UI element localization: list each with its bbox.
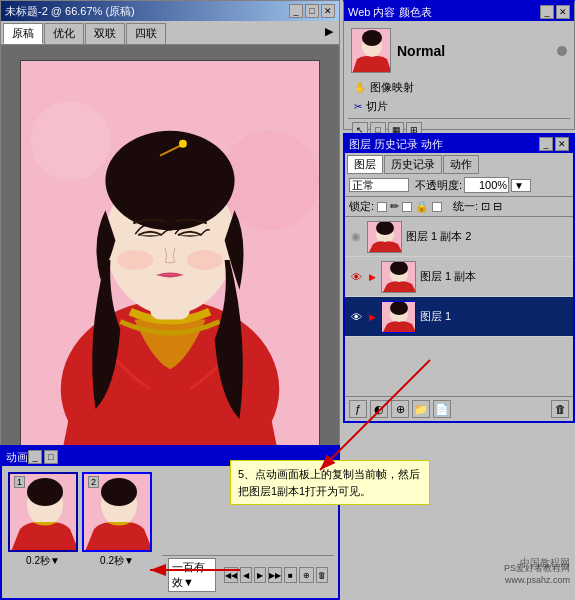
normal-thumb-img xyxy=(352,29,391,73)
layers-min-button[interactable]: _ xyxy=(539,137,553,151)
add-mask-button[interactable]: ◐ xyxy=(370,400,388,418)
web-content-titlebar: Web 内容 颜色表 _ ✕ xyxy=(344,3,574,21)
minimize-button[interactable]: _ xyxy=(289,4,303,18)
tab-quad[interactable]: 四联 xyxy=(126,23,166,44)
painting-svg xyxy=(21,61,319,459)
layer-visibility-copy1[interactable]: 👁 xyxy=(349,270,363,284)
opacity-dropdown[interactable]: ▼ xyxy=(511,179,531,192)
layers-close-button[interactable]: ✕ xyxy=(555,137,569,151)
svg-point-18 xyxy=(101,478,137,506)
layer-thumb-copy1-img xyxy=(382,262,416,293)
delete-layer-button[interactable]: 🗑 xyxy=(551,400,569,418)
layers-lock-row: 锁定: ✏ 🔒 统一: ⊡ ⊟ xyxy=(345,197,573,217)
slice-label: 切片 xyxy=(366,99,388,114)
tab-original[interactable]: 原稿 xyxy=(3,23,43,44)
frame-2-number: 2 xyxy=(88,476,99,488)
frame-1: 1 0.2秒▼ xyxy=(8,472,78,592)
anim-maximize[interactable]: □ xyxy=(44,450,58,464)
opacity-input[interactable] xyxy=(464,177,509,193)
normal-thumbnail xyxy=(351,28,391,73)
stop-button[interactable]: ■ xyxy=(284,567,296,583)
titlebar-buttons: _ □ ✕ xyxy=(289,4,335,18)
tab-layers[interactable]: 图层 xyxy=(347,155,383,174)
layer-thumb-copy2 xyxy=(367,221,402,253)
layers-list: ◉ 图层 1 副本 2 👁 ▶ xyxy=(345,217,573,396)
web-menu-items: ✋ 图像映射 ✂ 切片 xyxy=(348,76,570,118)
layer-visibility-copy2[interactable]: ◉ xyxy=(349,230,363,244)
layer-name-copy2: 图层 1 副本 2 xyxy=(406,229,569,244)
ps-titlebar: 未标题-2 @ 66.67% (原稿) _ □ ✕ xyxy=(1,1,339,21)
image-map-icon: ✋ xyxy=(354,82,366,93)
watermark-line2: PS爱好者教程网 www.psahz.com xyxy=(504,562,570,585)
tab-history[interactable]: 历史记录 xyxy=(384,155,442,174)
duplicate-frame-button[interactable]: ⊕ xyxy=(299,567,314,583)
slice-item[interactable]: ✂ 切片 xyxy=(354,97,564,116)
layers-titlebar: 图层 历史记录 动作 _ ✕ xyxy=(345,135,573,153)
normal-label: Normal xyxy=(397,43,445,59)
blend-mode-dropdown[interactable]: 正常 xyxy=(349,178,409,192)
layer-target-base: ▶ xyxy=(367,301,377,333)
tab-actions[interactable]: 动作 xyxy=(443,155,479,174)
close-button[interactable]: ✕ xyxy=(321,4,335,18)
frame-1-image[interactable]: 1 xyxy=(8,472,78,552)
layers-footer: ƒ ◐ ⊕ 📁 📄 🗑 xyxy=(345,396,573,421)
layer-row-copy1[interactable]: 👁 ▶ 图层 1 副本 xyxy=(345,257,573,297)
web-content-title: Web 内容 颜色表 xyxy=(348,5,432,20)
layer-thumb-base-img xyxy=(382,302,416,333)
frame-1-label[interactable]: 0.2秒▼ xyxy=(8,554,78,568)
tab-dual[interactable]: 双联 xyxy=(85,23,125,44)
next-frame-button[interactable]: ▶▶ xyxy=(268,567,282,583)
lock-icon-1: ✏ xyxy=(390,200,399,213)
anim-minimize[interactable]: _ xyxy=(28,450,42,464)
animation-frames: 1 0.2秒▼ 2 xyxy=(2,466,158,598)
layer-thumb-copy1 xyxy=(381,261,416,293)
prev-frame-button[interactable]: ◀ xyxy=(240,567,252,583)
lock-checkbox-3[interactable] xyxy=(432,202,442,212)
svg-point-12 xyxy=(187,250,223,270)
lock-label: 锁定: xyxy=(349,199,374,214)
frame-2-image[interactable]: 2 xyxy=(82,472,152,552)
maximize-button[interactable]: □ xyxy=(305,4,319,18)
layers-panel: 图层 历史记录 动作 _ ✕ 图层 历史记录 动作 正常 不透明度: ▼ 锁定:… xyxy=(343,133,575,423)
unify-label: 统一: xyxy=(453,199,478,214)
delete-frame-button[interactable]: 🗑 xyxy=(316,567,328,583)
layers-tabs: 图层 历史记录 动作 xyxy=(345,153,573,174)
new-fill-layer-button[interactable]: ⊕ xyxy=(391,400,409,418)
lock-checkbox-2[interactable] xyxy=(402,202,412,212)
normal-dot xyxy=(557,46,567,56)
layer-thumb-copy2-img xyxy=(368,222,402,253)
web-close-button[interactable]: ✕ xyxy=(556,5,570,19)
tab-optimized[interactable]: 优化 xyxy=(44,23,84,44)
layer-row-base[interactable]: 👁 ▶ 图层 1 xyxy=(345,297,573,337)
annotation-box: 5、点动画面板上的复制当前帧，然后把图层1副本1打开为可见。 xyxy=(230,460,430,505)
svg-point-10 xyxy=(179,140,187,148)
lock-icon-2: 🔒 xyxy=(415,200,429,213)
image-map-label: 图像映射 xyxy=(370,80,414,95)
annotation-text: 5、点动画面板上的复制当前帧，然后把图层1副本1打开为可见。 xyxy=(238,468,420,497)
image-map-item[interactable]: ✋ 图像映射 xyxy=(354,78,564,97)
loop-select[interactable]: 一百有效▼ xyxy=(168,558,216,592)
layers-panel-body: 图层 历史记录 动作 正常 不透明度: ▼ 锁定: ✏ 🔒 统一: ⊡ ⊟ xyxy=(345,153,573,421)
new-group-button[interactable]: 📁 xyxy=(412,400,430,418)
add-style-button[interactable]: ƒ xyxy=(349,400,367,418)
layer-thumb-base xyxy=(381,301,416,333)
svg-point-15 xyxy=(27,478,63,506)
watermark-text-3: www.psahz.com xyxy=(504,575,570,585)
web-min-button[interactable]: _ xyxy=(540,5,554,19)
frame-1-number: 1 xyxy=(14,476,25,488)
canvas-area xyxy=(1,45,339,475)
play-button[interactable]: ▶ xyxy=(254,567,266,583)
play-back-button[interactable]: ◀◀ xyxy=(224,567,238,583)
new-layer-button[interactable]: 📄 xyxy=(433,400,451,418)
watermark-text-2: PS爱好者教程网 xyxy=(504,562,570,575)
layer-visibility-base[interactable]: 👁 xyxy=(349,310,363,324)
ps-window-title: 未标题-2 @ 66.67% (原稿) xyxy=(5,4,135,19)
web-content-area: Normal ✋ 图像映射 ✂ 切片 ↖ □ ▦ ⊞ xyxy=(344,21,574,145)
tabs-arrow[interactable]: ▶ xyxy=(321,23,337,44)
svg-point-11 xyxy=(117,250,153,270)
lock-checkbox-1[interactable] xyxy=(377,202,387,212)
layer-row-copy2[interactable]: ◉ 图层 1 副本 2 xyxy=(345,217,573,257)
normal-row: Normal xyxy=(348,25,570,76)
layers-blend-row: 正常 不透明度: ▼ xyxy=(345,174,573,197)
frame-2-label[interactable]: 0.2秒▼ xyxy=(82,554,152,568)
